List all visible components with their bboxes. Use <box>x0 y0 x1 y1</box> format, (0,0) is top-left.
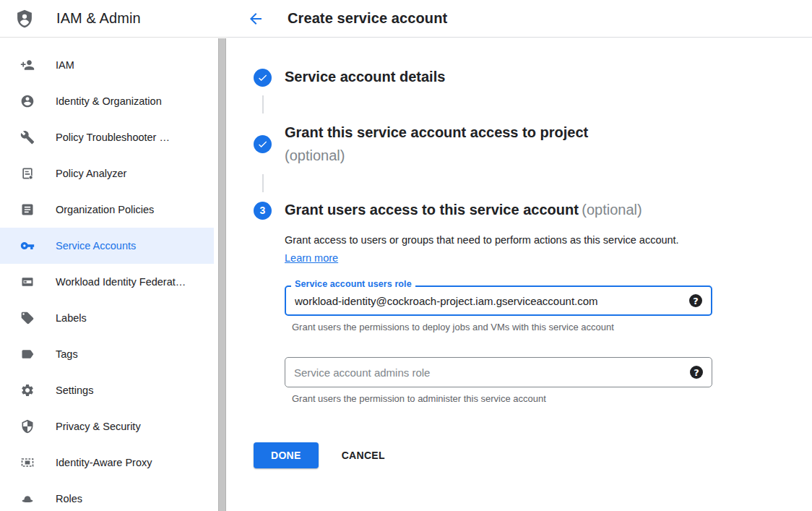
shield-icon <box>20 419 35 434</box>
sidebar-item-identity-aware-proxy[interactable]: Identity-Aware Proxy <box>0 445 214 481</box>
back-arrow-icon[interactable] <box>247 10 264 27</box>
sidebar-item-service-accounts[interactable]: Service Accounts <box>0 228 214 264</box>
card-icon <box>20 275 35 289</box>
users-role-field-label: Service account users role <box>291 279 415 289</box>
sidebar-item-label: Roles <box>56 493 82 504</box>
step-optional-label: (optional) <box>582 202 642 218</box>
step-number-badge: 3 <box>254 202 272 220</box>
help-icon[interactable]: ? <box>690 366 703 379</box>
learn-more-link[interactable]: Learn more <box>285 252 338 264</box>
step-complete-check-icon <box>254 69 272 87</box>
sidebar-item-label: Labels <box>56 312 87 324</box>
stepper-connector <box>262 95 264 113</box>
sidebar-item-label: Identity & Organization <box>56 95 162 107</box>
step-service-account-details[interactable]: Service account details <box>254 66 783 88</box>
main-panel: Create service account Service account d… <box>228 0 812 511</box>
sidebar-scrollbar[interactable] <box>218 38 226 511</box>
sidebar-item-roles[interactable]: Roles <box>0 481 214 511</box>
sidebar-item-settings[interactable]: Settings <box>0 372 214 408</box>
sidebar-item-privacy-security[interactable]: Privacy & Security <box>0 408 214 445</box>
sidebar-item-workload-identity-federation[interactable]: Workload Identity Federat… <box>0 264 214 300</box>
sidebar: IAM & Admin IAM Identity & Organization … <box>0 0 228 511</box>
sidebar-item-tags[interactable]: Tags <box>0 336 214 372</box>
stepper-connector <box>262 174 264 192</box>
step-title: Service account details <box>285 69 445 85</box>
key-icon <box>20 239 35 253</box>
sidebar-nav: IAM Identity & Organization Policy Troub… <box>0 38 218 511</box>
sidebar-item-label: Service Accounts <box>56 240 136 252</box>
form-actions: DONE CANCEL <box>254 442 783 468</box>
users-role-input[interactable] <box>286 295 689 307</box>
step-grant-access-to-project[interactable]: Grant this service account access to pro… <box>254 121 783 167</box>
sidebar-item-labels[interactable]: Labels <box>0 300 214 336</box>
step-title: Grant users access to this service accou… <box>285 202 579 218</box>
gear-icon <box>20 383 35 398</box>
iam-admin-shield-icon <box>14 7 35 30</box>
sidebar-item-label: Tags <box>56 348 78 360</box>
hat-icon <box>20 491 35 506</box>
users-role-field-group: Service account users role ? <box>285 285 712 316</box>
users-role-field: ? <box>285 285 712 316</box>
admins-role-field: ? <box>285 357 712 387</box>
sidebar-item-label: Identity-Aware Proxy <box>56 457 152 468</box>
step-description: Grant access to users or groups that nee… <box>285 231 686 267</box>
account-circle-icon <box>20 94 35 108</box>
sidebar-item-label: Policy Troubleshooter … <box>56 132 170 143</box>
proxy-icon <box>20 455 35 470</box>
page-title: Create service account <box>288 10 447 27</box>
page-header: Create service account <box>228 0 812 38</box>
admins-role-helper-text: Grant users the permission to administer… <box>292 393 783 404</box>
sidebar-title: IAM & Admin <box>56 10 141 27</box>
sidebar-header: IAM & Admin <box>0 0 228 38</box>
sidebar-item-label: Organization Policies <box>56 204 154 215</box>
document-gear-icon <box>20 166 35 181</box>
step-title: Grant this service account access to pro… <box>285 121 588 144</box>
sidebar-item-policy-troubleshooter[interactable]: Policy Troubleshooter … <box>0 119 214 155</box>
wrench-icon <box>20 130 35 145</box>
step-grant-users-access[interactable]: 3 Grant users access to this service acc… <box>254 199 783 221</box>
step-complete-check-icon <box>254 135 272 153</box>
sidebar-item-policy-analyzer[interactable]: Policy Analyzer <box>0 155 214 192</box>
sidebar-item-iam[interactable]: IAM <box>0 47 214 83</box>
person-add-icon <box>20 58 35 72</box>
admins-role-field-group: ? <box>285 357 712 387</box>
help-icon[interactable]: ? <box>689 294 702 307</box>
sidebar-item-label: Workload Identity Federat… <box>56 276 186 288</box>
step-optional-label: (optional) <box>285 144 588 167</box>
cancel-button[interactable]: CANCEL <box>342 450 385 461</box>
admins-role-input[interactable] <box>285 366 690 379</box>
create-service-account-form: Service account details Grant this servi… <box>228 38 812 468</box>
sidebar-item-label: Privacy & Security <box>56 421 141 432</box>
gcp-console-window: IAM & Admin IAM Identity & Organization … <box>0 0 812 511</box>
done-button[interactable]: DONE <box>254 442 319 468</box>
document-lines-icon <box>20 202 35 217</box>
sidebar-item-organization-policies[interactable]: Organization Policies <box>0 192 214 228</box>
tag-icon <box>20 311 35 325</box>
sidebar-item-label: IAM <box>56 59 74 71</box>
sidebar-item-label: Settings <box>56 385 93 396</box>
sidebar-item-label: Policy Analyzer <box>56 168 126 179</box>
sidebar-item-identity-organization[interactable]: Identity & Organization <box>0 83 214 119</box>
label-arrow-icon <box>20 347 35 361</box>
users-role-helper-text: Grant users the permissions to deploy jo… <box>292 322 783 332</box>
